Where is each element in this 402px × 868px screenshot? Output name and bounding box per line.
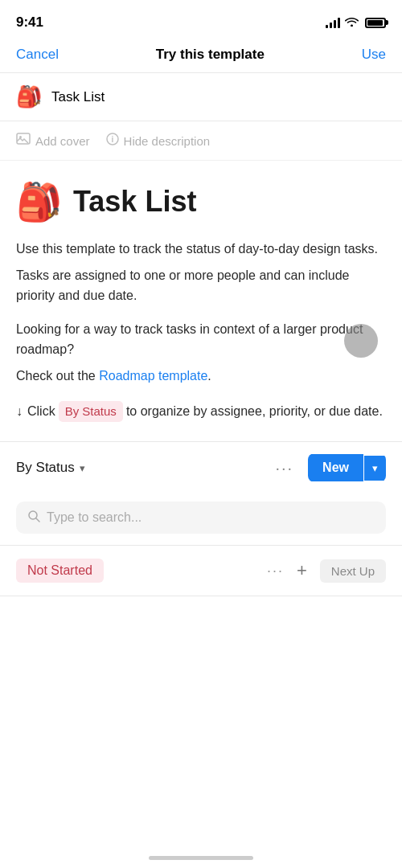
hint-text-1: Click — [27, 402, 55, 421]
content-title-row: 🎒 Task List — [16, 180, 386, 223]
search-placeholder-text: Type to search... — [47, 510, 142, 525]
hint-arrow: ↓ — [16, 402, 23, 421]
by-status-label: By Status — [16, 460, 75, 476]
status-bar: 9:41 — [0, 0, 402, 40]
search-container: Type to search... — [0, 493, 402, 545]
chevron-down-icon: ▾ — [80, 462, 85, 474]
svg-line-5 — [36, 518, 39, 522]
status-row: Not Started ··· + Next Up — [0, 546, 402, 596]
template-header-title: Task List — [51, 89, 105, 105]
toolbar-row: By Status ▾ ··· New ▾ — [0, 441, 402, 493]
image-icon — [16, 133, 31, 149]
description-line-1: Use this template to track the status of… — [16, 240, 386, 260]
svg-text:i: i — [111, 135, 113, 144]
description-line-3: Looking for a way to track tasks in cont… — [16, 320, 386, 360]
click-hint: ↓ Click By Status to organize by assigne… — [16, 401, 386, 423]
hide-description-button[interactable]: i Hide description — [106, 133, 211, 149]
by-status-badge: By Status — [59, 401, 123, 423]
roadmap-link[interactable]: Roadmap template — [99, 369, 207, 383]
wifi-icon — [345, 16, 359, 29]
use-button[interactable]: Use — [362, 47, 386, 63]
content-description-2: Looking for a way to track tasks in cont… — [16, 320, 386, 386]
new-button-container: New ▾ — [308, 453, 386, 482]
template-emoji-icon: 🎒 — [16, 84, 42, 109]
home-indicator — [149, 856, 253, 860]
content-area: 🎒 Task List Use this template to track t… — [0, 161, 402, 435]
nav-header: Cancel Try this template Use — [0, 40, 402, 73]
new-button-arrow[interactable]: ▾ — [364, 456, 386, 481]
status-actions: ··· + Next Up — [267, 559, 386, 583]
more-options-button[interactable]: ··· — [269, 456, 300, 481]
description-line-4: Check out the Roadmap template. — [16, 366, 386, 387]
info-icon: i — [106, 133, 119, 149]
search-box[interactable]: Type to search... — [16, 502, 386, 534]
battery-icon — [365, 18, 386, 28]
hint-text-2: to organize by assignee, priority, or du… — [126, 402, 383, 421]
content-emoji: 🎒 — [16, 180, 62, 223]
template-header: 🎒 Task List — [0, 73, 402, 121]
nav-title: Try this template — [156, 47, 265, 63]
content-description: Use this template to track the status of… — [16, 240, 386, 305]
cancel-button[interactable]: Cancel — [16, 47, 59, 63]
action-row: Add cover i Hide description — [0, 121, 402, 161]
add-cover-label: Add cover — [35, 134, 90, 148]
status-more-button[interactable]: ··· — [267, 563, 284, 579]
hide-description-label: Hide description — [124, 134, 211, 148]
signal-icon — [326, 17, 340, 28]
status-add-button[interactable]: + — [297, 560, 307, 581]
content-title: Task List — [73, 185, 196, 219]
not-started-tag: Not Started — [16, 559, 104, 583]
toolbar-right: ··· New ▾ — [269, 453, 386, 482]
add-cover-button[interactable]: Add cover — [16, 133, 90, 149]
description-line-2: Tasks are assigned to one or more people… — [16, 266, 386, 306]
next-up-badge[interactable]: Next Up — [320, 559, 386, 583]
status-time: 9:41 — [16, 14, 43, 31]
status-icons — [326, 16, 386, 29]
by-status-button[interactable]: By Status ▾ — [16, 460, 85, 476]
new-button[interactable]: New — [308, 454, 363, 481]
search-icon — [27, 510, 40, 526]
